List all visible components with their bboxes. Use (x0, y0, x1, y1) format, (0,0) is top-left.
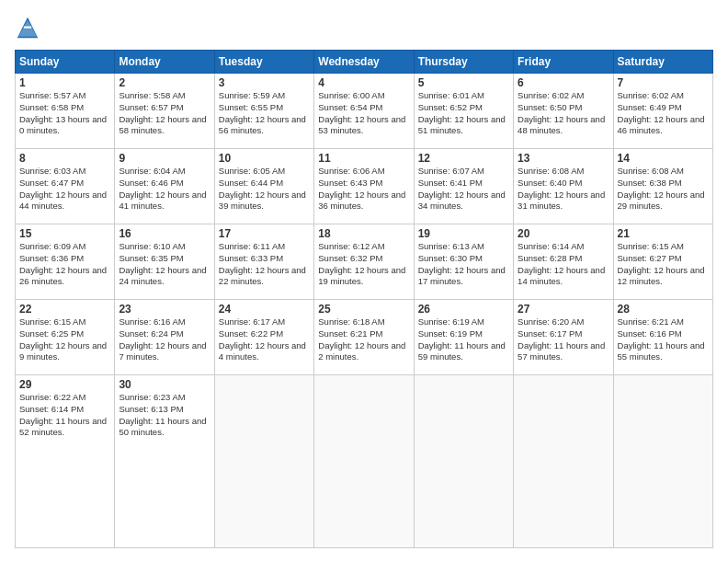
table-row: 19Sunrise: 6:13 AMSunset: 6:30 PMDayligh… (414, 224, 513, 300)
table-row (613, 375, 712, 548)
col-header-tuesday: Tuesday (214, 51, 313, 74)
table-row (414, 375, 513, 548)
table-row: 24Sunrise: 6:17 AMSunset: 6:22 PMDayligh… (214, 300, 313, 375)
table-row: 9Sunrise: 6:04 AMSunset: 6:46 PMDaylight… (115, 149, 214, 224)
table-row: 25Sunrise: 6:18 AMSunset: 6:21 PMDayligh… (314, 300, 414, 375)
table-row: 6Sunrise: 6:02 AMSunset: 6:50 PMDaylight… (514, 74, 613, 149)
table-row: 26Sunrise: 6:19 AMSunset: 6:19 PMDayligh… (414, 300, 513, 375)
table-row: 8Sunrise: 6:03 AMSunset: 6:47 PMDaylight… (16, 149, 115, 224)
logo-icon (15, 15, 40, 40)
col-header-thursday: Thursday (414, 51, 513, 74)
table-row: 21Sunrise: 6:15 AMSunset: 6:27 PMDayligh… (613, 224, 712, 300)
table-row (514, 375, 613, 548)
table-row: 13Sunrise: 6:08 AMSunset: 6:40 PMDayligh… (514, 149, 613, 224)
table-row: 4Sunrise: 6:00 AMSunset: 6:54 PMDaylight… (314, 74, 414, 149)
table-row: 14Sunrise: 6:08 AMSunset: 6:38 PMDayligh… (613, 149, 712, 224)
col-header-friday: Friday (514, 51, 613, 74)
svg-marker-1 (18, 20, 37, 37)
table-row: 1Sunrise: 5:57 AMSunset: 6:58 PMDaylight… (16, 74, 115, 149)
table-row: 11Sunrise: 6:06 AMSunset: 6:43 PMDayligh… (314, 149, 414, 224)
col-header-sunday: Sunday (16, 51, 115, 74)
table-row: 3Sunrise: 5:59 AMSunset: 6:55 PMDaylight… (214, 74, 313, 149)
svg-rect-2 (24, 27, 31, 29)
calendar: SundayMondayTuesdayWednesdayThursdayFrid… (15, 50, 713, 548)
table-row: 27Sunrise: 6:20 AMSunset: 6:17 PMDayligh… (514, 300, 613, 375)
logo (15, 15, 44, 40)
table-row: 29Sunrise: 6:22 AMSunset: 6:14 PMDayligh… (16, 375, 115, 548)
header (15, 15, 713, 40)
table-row: 16Sunrise: 6:10 AMSunset: 6:35 PMDayligh… (115, 224, 214, 300)
table-row (214, 375, 313, 548)
table-row: 5Sunrise: 6:01 AMSunset: 6:52 PMDaylight… (414, 74, 513, 149)
table-row: 15Sunrise: 6:09 AMSunset: 6:36 PMDayligh… (16, 224, 115, 300)
col-header-saturday: Saturday (613, 51, 712, 74)
table-row: 22Sunrise: 6:15 AMSunset: 6:25 PMDayligh… (16, 300, 115, 375)
table-row: 30Sunrise: 6:23 AMSunset: 6:13 PMDayligh… (115, 375, 214, 548)
col-header-wednesday: Wednesday (314, 51, 414, 74)
table-row: 28Sunrise: 6:21 AMSunset: 6:16 PMDayligh… (613, 300, 712, 375)
table-row: 23Sunrise: 6:16 AMSunset: 6:24 PMDayligh… (115, 300, 214, 375)
table-row: 17Sunrise: 6:11 AMSunset: 6:33 PMDayligh… (214, 224, 313, 300)
table-row: 18Sunrise: 6:12 AMSunset: 6:32 PMDayligh… (314, 224, 414, 300)
table-row (314, 375, 414, 548)
table-row: 10Sunrise: 6:05 AMSunset: 6:44 PMDayligh… (214, 149, 313, 224)
col-header-monday: Monday (115, 51, 214, 74)
table-row: 2Sunrise: 5:58 AMSunset: 6:57 PMDaylight… (115, 74, 214, 149)
table-row: 20Sunrise: 6:14 AMSunset: 6:28 PMDayligh… (514, 224, 613, 300)
table-row: 12Sunrise: 6:07 AMSunset: 6:41 PMDayligh… (414, 149, 513, 224)
table-row: 7Sunrise: 6:02 AMSunset: 6:49 PMDaylight… (613, 74, 712, 149)
